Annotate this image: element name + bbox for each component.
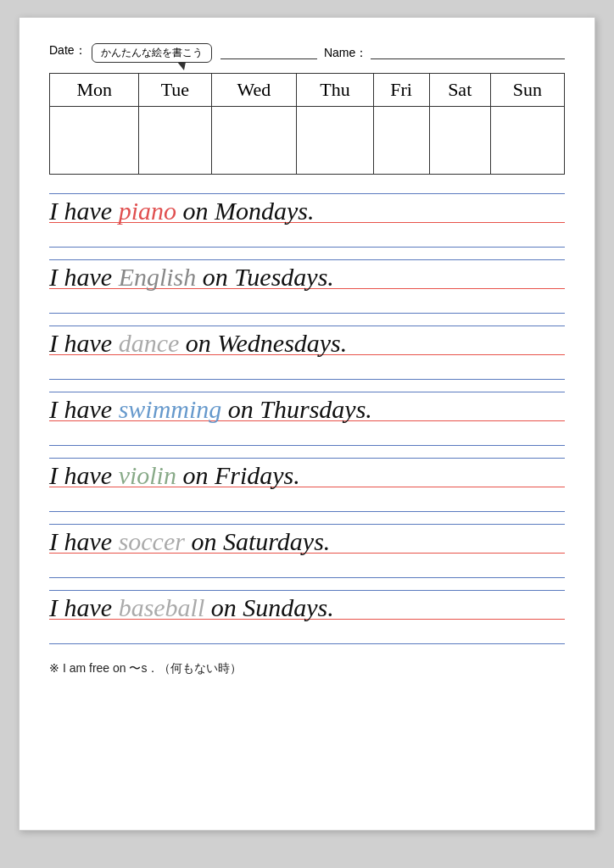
guide-line-blue-bottom [49, 313, 565, 314]
sentence-prefix: I have [49, 527, 119, 555]
tooltip-bubble: かんたんな絵を書こう [92, 43, 212, 63]
sentence-lines-4: I have violin on Fridays. [49, 456, 565, 514]
sentence-suffix: on Mondays. [176, 197, 314, 225]
name-label: Name： [324, 46, 367, 61]
sentence-block-0: I have piano on Mondays. [49, 192, 565, 256]
sentence-activity: baseball [119, 593, 205, 621]
sentence-text-2: I have dance on Wednesdays. [49, 331, 565, 356]
tooltip-text: かんたんな絵を書こう [101, 47, 203, 58]
sentence-suffix: on Wednesdays. [179, 329, 347, 357]
guide-line-blue-top [49, 524, 565, 525]
sentence-activity: English [119, 263, 197, 291]
header: Date： かんたんな絵を書こう Name： [49, 43, 565, 63]
sentence-prefix: I have [49, 461, 119, 489]
sentence-block-3: I have swimming on Thursdays. [49, 390, 565, 454]
calendar-table: Mon Tue Wed Thu Fri Sat Sun [49, 73, 565, 175]
page: Date： かんたんな絵を書こう Name： Mon Tue Wed Thu F… [19, 17, 595, 831]
sentence-activity: piano [119, 197, 176, 225]
sentence-lines-1: I have English on Tuesdays. [49, 258, 565, 315]
day-wed: Wed [211, 74, 297, 107]
sentence-text-5: I have soccer on Saturdays. [49, 529, 565, 554]
sentence-suffix: on Thursdays. [221, 395, 372, 423]
sentence-text-4: I have violin on Fridays. [49, 463, 565, 488]
day-tue: Tue [139, 74, 211, 107]
guide-line-blue-top [49, 193, 565, 194]
guide-line-blue-bottom [49, 247, 565, 248]
guide-line-blue-top [49, 259, 565, 260]
sentence-block-6: I have baseball on Sundays. [49, 588, 565, 653]
sentence-suffix: on Saturdays. [185, 527, 330, 555]
day-fri: Fri [373, 74, 429, 107]
sentence-activity: soccer [119, 527, 185, 555]
sentence-lines-5: I have soccer on Saturdays. [49, 522, 565, 580]
day-sat: Sat [429, 74, 490, 107]
sentence-text-6: I have baseball on Sundays. [49, 595, 565, 620]
day-thu: Thu [297, 74, 373, 107]
guide-line-blue-top [49, 392, 565, 392]
sentence-block-4: I have violin on Fridays. [49, 456, 565, 520]
footer-note: ※ I am free on 〜s．（何もない時） [49, 661, 565, 676]
sentence-text-3: I have swimming on Thursdays. [49, 397, 565, 422]
sentence-text-0: I have piano on Mondays. [49, 198, 565, 224]
sentence-suffix: on Sundays. [204, 593, 334, 621]
draw-cell-fri [373, 107, 429, 175]
calendar-draw-row [50, 107, 565, 175]
sentence-text-1: I have English on Tuesdays. [49, 264, 565, 290]
name-underline [371, 58, 565, 59]
calendar-header-row: Mon Tue Wed Thu Fri Sat Sun [50, 74, 565, 107]
sentence-activity: violin [119, 461, 176, 489]
sentence-lines-3: I have swimming on Thursdays. [49, 390, 565, 448]
guide-line-blue-top [49, 590, 565, 591]
sentence-lines-6: I have baseball on Sundays. [49, 588, 565, 646]
draw-cell-mon [50, 107, 139, 175]
sentence-lines-0: I have piano on Mondays. [49, 192, 565, 249]
sentence-suffix: on Tuesdays. [196, 263, 334, 291]
sentence-activity: swimming [119, 395, 222, 423]
sentence-prefix: I have [49, 197, 119, 225]
sentence-prefix: I have [49, 395, 119, 423]
sentence-suffix: on Fridays. [176, 461, 300, 489]
draw-cell-sat [429, 107, 490, 175]
guide-line-blue-bottom [49, 511, 565, 512]
sentence-prefix: I have [49, 329, 119, 357]
day-sun: Sun [490, 74, 564, 107]
sentence-lines-2: I have dance on Wednesdays. [49, 324, 565, 381]
sentence-block-2: I have dance on Wednesdays. [49, 324, 565, 388]
draw-cell-tue [139, 107, 211, 175]
sentence-block-1: I have English on Tuesdays. [49, 258, 565, 322]
guide-line-blue-top [49, 326, 565, 326]
guide-line-blue-top [49, 458, 565, 459]
sentences-container: I have piano on Mondays.I have English o… [49, 192, 565, 653]
sentence-prefix: I have [49, 593, 119, 621]
guide-line-blue-bottom [49, 379, 565, 380]
guide-line-blue-bottom [49, 445, 565, 446]
guide-line-blue-bottom [49, 577, 565, 578]
day-mon: Mon [50, 74, 139, 107]
date-underline [220, 58, 317, 59]
draw-cell-thu [297, 107, 373, 175]
guide-line-blue-bottom [49, 643, 565, 644]
draw-cell-sun [490, 107, 564, 175]
sentence-block-5: I have soccer on Saturdays. [49, 522, 565, 587]
sentence-prefix: I have [49, 263, 119, 291]
sentence-activity: dance [119, 329, 180, 357]
draw-cell-wed [211, 107, 297, 175]
date-label: Date： [49, 43, 87, 58]
